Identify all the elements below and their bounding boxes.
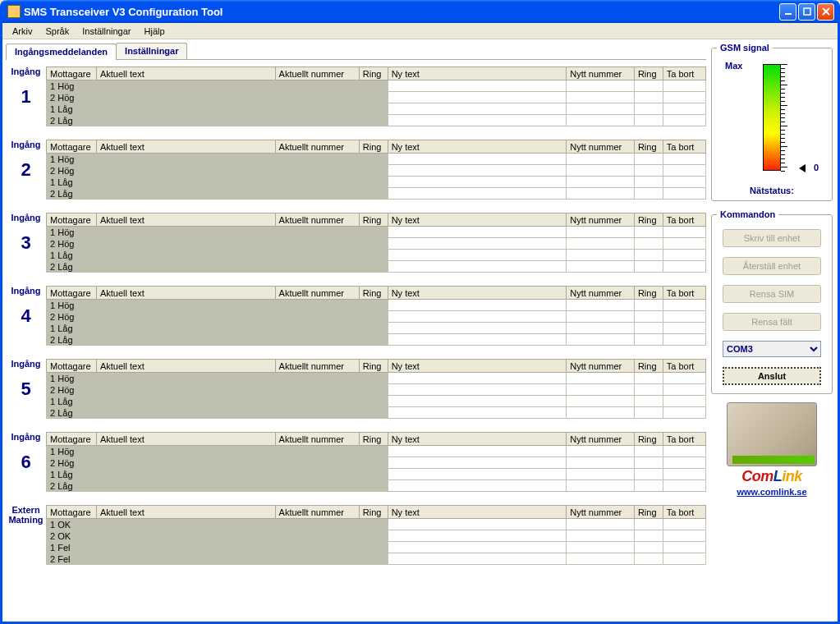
maximize-button[interactable]	[798, 3, 815, 21]
cell[interactable]	[663, 519, 705, 530]
cell[interactable]	[388, 469, 567, 480]
cell[interactable]	[388, 92, 567, 103]
col-aktuellt_nummer[interactable]: Aktuellt nummer	[275, 287, 359, 300]
cell[interactable]	[388, 542, 567, 553]
menu-hjalp[interactable]: Hjälp	[138, 26, 172, 36]
cell[interactable]	[663, 92, 705, 103]
col-ring2[interactable]: Ring	[634, 433, 663, 446]
cell[interactable]	[388, 396, 567, 407]
cell[interactable]	[567, 80, 635, 92]
cell[interactable]	[388, 300, 567, 311]
col-nytt_nummer[interactable]: Nytt nummer	[567, 433, 635, 446]
col-mottagare[interactable]: Mottagare	[47, 287, 97, 300]
cell[interactable]	[663, 384, 705, 396]
cell[interactable]	[388, 480, 567, 492]
cell[interactable]	[388, 80, 567, 92]
col-mottagare[interactable]: Mottagare	[47, 433, 97, 446]
cell[interactable]	[634, 480, 663, 492]
cell[interactable]	[567, 446, 635, 457]
col-ring[interactable]: Ring	[359, 213, 388, 227]
col-nytt_nummer[interactable]: Nytt nummer	[567, 140, 635, 154]
cell[interactable]	[663, 238, 705, 250]
cell[interactable]	[567, 407, 635, 419]
cell[interactable]	[388, 446, 567, 457]
cell[interactable]	[634, 446, 663, 457]
cell[interactable]	[388, 323, 567, 334]
cell[interactable]	[663, 396, 705, 407]
col-ta_bort[interactable]: Ta bort	[663, 506, 705, 519]
col-ny_text[interactable]: Ny text	[388, 433, 567, 446]
cell[interactable]	[663, 250, 705, 261]
cell[interactable]	[663, 553, 705, 565]
col-ta_bort[interactable]: Ta bort	[663, 67, 705, 80]
cell[interactable]	[634, 188, 663, 200]
col-ny_text[interactable]: Ny text	[388, 213, 567, 227]
cell[interactable]	[567, 396, 635, 407]
col-aktuellt_nummer[interactable]: Aktuellt nummer	[275, 433, 359, 446]
cell[interactable]	[388, 250, 567, 261]
cell[interactable]	[567, 553, 635, 565]
col-nytt_nummer[interactable]: Nytt nummer	[567, 360, 635, 373]
cell[interactable]	[388, 530, 567, 542]
col-aktuellt_nummer[interactable]: Aktuellt nummer	[275, 506, 359, 519]
cell[interactable]	[663, 103, 705, 115]
col-ta_bort[interactable]: Ta bort	[663, 433, 705, 446]
brand-link[interactable]: www.comlink.se	[737, 487, 806, 497]
cell[interactable]	[663, 154, 705, 165]
cell[interactable]	[634, 165, 663, 177]
cell[interactable]	[567, 300, 635, 311]
cell[interactable]	[634, 469, 663, 480]
cell[interactable]	[388, 177, 567, 188]
cell[interactable]	[388, 115, 567, 126]
col-ny_text[interactable]: Ny text	[388, 287, 567, 300]
cell[interactable]	[567, 480, 635, 492]
cell[interactable]	[567, 469, 635, 480]
reset-device-button[interactable]: Återställ enhet	[723, 257, 821, 275]
cell[interactable]	[634, 261, 663, 273]
col-aktuell_text[interactable]: Aktuell text	[96, 360, 275, 373]
col-ta_bort[interactable]: Ta bort	[663, 287, 705, 300]
cell[interactable]	[567, 238, 635, 250]
cell[interactable]	[634, 115, 663, 126]
com-port-select[interactable]: COM3	[723, 341, 821, 357]
col-ta_bort[interactable]: Ta bort	[663, 360, 705, 373]
col-ring2[interactable]: Ring	[634, 140, 663, 154]
connect-button[interactable]: Anslut	[723, 367, 821, 385]
cell[interactable]	[567, 227, 635, 238]
cell[interactable]	[634, 457, 663, 469]
col-ring[interactable]: Ring	[359, 287, 388, 300]
cell[interactable]	[634, 250, 663, 261]
write-device-button[interactable]: Skriv till enhet	[723, 229, 821, 247]
col-ring[interactable]: Ring	[359, 506, 388, 519]
col-nytt_nummer[interactable]: Nytt nummer	[567, 67, 635, 80]
col-nytt_nummer[interactable]: Nytt nummer	[567, 506, 635, 519]
col-aktuellt_nummer[interactable]: Aktuellt nummer	[275, 213, 359, 227]
cell[interactable]	[634, 177, 663, 188]
col-ring2[interactable]: Ring	[634, 287, 663, 300]
cell[interactable]	[634, 519, 663, 530]
clear-sim-button[interactable]: Rensa SIM	[723, 285, 821, 303]
menu-installningar[interactable]: Inställningar	[76, 26, 137, 36]
cell[interactable]	[663, 261, 705, 273]
cell[interactable]	[663, 373, 705, 384]
cell[interactable]	[663, 457, 705, 469]
cell[interactable]	[388, 238, 567, 250]
cell[interactable]	[663, 188, 705, 200]
cell[interactable]	[634, 227, 663, 238]
tab-installningar[interactable]: Inställningar	[116, 43, 187, 59]
cell[interactable]	[663, 227, 705, 238]
cell[interactable]	[388, 384, 567, 396]
close-button[interactable]	[817, 3, 834, 21]
cell[interactable]	[388, 373, 567, 384]
cell[interactable]	[634, 238, 663, 250]
col-ring2[interactable]: Ring	[634, 67, 663, 80]
cell[interactable]	[663, 165, 705, 177]
col-nytt_nummer[interactable]: Nytt nummer	[567, 287, 635, 300]
col-ring[interactable]: Ring	[359, 360, 388, 373]
cell[interactable]	[567, 530, 635, 542]
col-aktuell_text[interactable]: Aktuell text	[96, 213, 275, 227]
cell[interactable]	[388, 227, 567, 238]
cell[interactable]	[567, 250, 635, 261]
cell[interactable]	[388, 165, 567, 177]
cell[interactable]	[663, 115, 705, 126]
